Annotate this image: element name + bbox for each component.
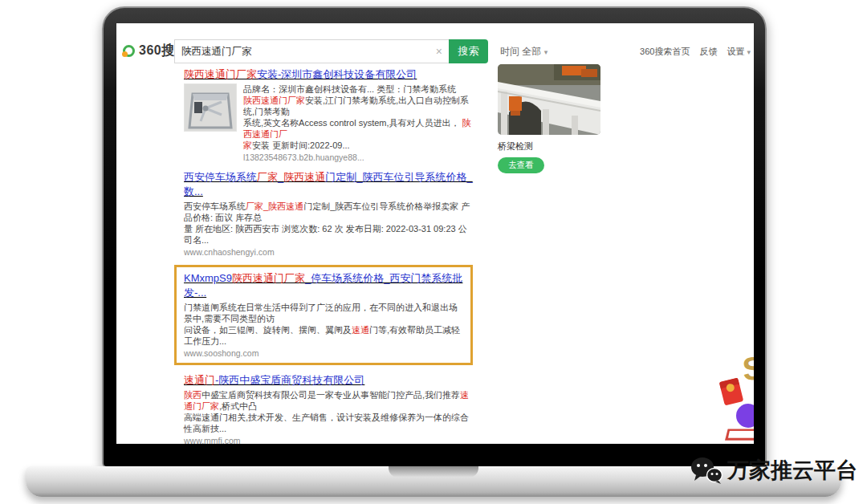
description-line: 门禁道闸系统在日常生活中得到了广泛的应用，在不同的进入和退出场景中,需要不同类型… bbox=[184, 302, 463, 324]
text-segment: 系统,英文名称Access control system,具有对人员进出， bbox=[243, 118, 462, 128]
nav-settings-label: 设置 bbox=[727, 47, 744, 56]
result-description: 陕西中盛宝盾商贸科技有限公司是一家专业从事智能门控产品,我们推荐速通门厂家,桥式… bbox=[184, 389, 473, 444]
laptop-bezel: 360搜索 × 搜索 时间 全部 ▾ 360搜索首页 反馈 设置 ▾ bbox=[102, 6, 767, 468]
search-input[interactable] bbox=[175, 46, 429, 57]
search-box: × bbox=[174, 39, 449, 63]
url-text: l13823548673.b2b.huangye88... bbox=[243, 152, 364, 162]
text-segment: 厂家 bbox=[257, 171, 278, 183]
text-segment: ,桥式中凸 bbox=[219, 401, 257, 411]
text-segment: 厂家_陕西速通 bbox=[246, 201, 303, 211]
bridge-photo-thumbnail[interactable] bbox=[498, 64, 600, 135]
text-segment: 安装 更新时间:2022-09... bbox=[252, 140, 350, 150]
search-button[interactable]: 搜索 bbox=[449, 39, 488, 63]
description-line: 高端速通门相关,技术开发、生产销售，设计安装及维修保养为一体的综合性高新技... bbox=[184, 412, 473, 434]
result-body: 西安停车场系统厂家_陕西速通门定制_陕西车位引导系统价格举报卖家 产品价格: 面… bbox=[184, 201, 473, 258]
text-segment: 品牌名：深圳市鑫创科技设备有... 类型：门禁考勤系统 bbox=[243, 84, 456, 94]
result-url: www.mmfj.com bbox=[184, 435, 473, 444]
chevron-down-icon: ▾ bbox=[544, 48, 548, 56]
sidebar: 桥梁检测 去查看 bbox=[498, 64, 600, 173]
text-segment: 中盛宝盾商贸科技有限公司是一家专业从事智能门控产品,我们推荐 bbox=[201, 390, 460, 400]
clear-search-icon[interactable]: × bbox=[429, 45, 449, 58]
result-url: www.cnhaoshengyi.com bbox=[184, 246, 473, 258]
description-line: 西安停车场系统厂家_陕西速通门定制_陕西车位引导系统价格举报卖家 产品价格: 面… bbox=[184, 201, 473, 223]
text-segment: 陕西速通门厂家 bbox=[184, 68, 257, 80]
description-line: 问设备，如三辊闸、旋转闸、摆闸、翼闸及速通门等,有效帮助员工减轻工作压力... bbox=[184, 324, 463, 347]
url-text: www.cnhaoshengyi.com bbox=[184, 247, 275, 257]
result-url: www.sooshong.com bbox=[184, 348, 463, 359]
text-segment: 量 所在地区: 陕西西安市 浏览次数: 62 次 发布日期: 2022-03-3… bbox=[184, 224, 467, 245]
time-filter-dropdown[interactable]: 时间 全部 ▾ bbox=[500, 45, 547, 59]
description-line: 品牌名：深圳市鑫创科技设备有... 类型：门禁考勤系统 bbox=[243, 83, 473, 95]
browser-screenshot: 360搜索 × 搜索 时间 全部 ▾ 360搜索首页 反馈 设置 ▾ bbox=[116, 23, 754, 444]
url-text: www.sooshong.com bbox=[184, 348, 258, 358]
search-result: 西安停车场系统厂家_陕西速通门定制_陕西车位引导系统价格_数...西安停车场系统… bbox=[184, 170, 473, 258]
description-line: 系统,英文名称Access control system,具有对人员进出， 陕西… bbox=[243, 117, 473, 140]
description-line: 陕西中盛宝盾商贸科技有限公司是一家专业从事智能门控产品,我们推荐速通门厂家,桥式… bbox=[184, 389, 473, 412]
text-segment: KMxmpS9 bbox=[184, 272, 232, 284]
text-segment: 家 bbox=[243, 140, 252, 150]
result-description: 品牌名：深圳市鑫创科技设备有... 类型：门禁考勤系统陕西速通门厂家安装,江门门… bbox=[243, 83, 473, 163]
text-segment: 门禁道闸系统在日常生活中得到了广泛的应用，在不同的进入和退出场景中,需要不同类型… bbox=[184, 303, 458, 323]
description-line: 量 所在地区: 陕西西安市 浏览次数: 62 次 发布日期: 2022-03-3… bbox=[184, 223, 473, 246]
text-segment: 陕西 bbox=[184, 390, 201, 400]
text-segment: 问设备，如三辊闸、旋转闸、摆闸、翼闸及 bbox=[184, 325, 352, 335]
nav-feedback-link[interactable]: 反馈 bbox=[699, 46, 717, 58]
red-envelope-icon bbox=[719, 378, 744, 406]
result-description: 门禁道闸系统在日常生活中得到了广泛的应用，在不同的进入和退出场景中,需要不同类型… bbox=[184, 302, 463, 359]
view-button[interactable]: 去查看 bbox=[498, 157, 544, 173]
result-body: 门禁道闸系统在日常生活中得到了广泛的应用，在不同的进入和退出场景中,需要不同类型… bbox=[184, 302, 463, 359]
wechat-icon bbox=[690, 457, 722, 484]
laptop-base-notch bbox=[389, 466, 478, 478]
text-segment: 陕西速通 bbox=[283, 171, 325, 183]
gold-badge-icon: S bbox=[741, 350, 754, 388]
url-text: www.mmfj.com bbox=[184, 436, 241, 444]
page: 360搜索 × 搜索 时间 全部 ▾ 360搜索首页 反馈 设置 ▾ bbox=[0, 0, 867, 504]
text-segment: 速通 bbox=[352, 325, 369, 335]
time-filter-label: 时间 bbox=[500, 46, 519, 57]
search-result: 陕西速通门厂家安装-深圳市鑫创科技设备有限公司品牌名：深圳市鑫创科技设备有...… bbox=[184, 67, 473, 163]
result-url: l13823548673.b2b.huangye88... bbox=[243, 152, 473, 163]
turnstile-thumbnail[interactable] bbox=[184, 83, 237, 132]
result-body: 品牌名：深圳市鑫创科技设备有... 类型：门禁考勤系统陕西速通门厂家安装,江门门… bbox=[184, 83, 473, 163]
promo-float-widget: S bbox=[720, 351, 754, 444]
result-title-link[interactable]: 速通门-陕西中盛宝盾商贸科技有限公司 bbox=[184, 373, 364, 388]
time-filter-value: 全部 bbox=[522, 46, 541, 57]
text-segment: 高端速通门相关,技术开发、生产销售，设计安装及维修保养为一体的综合性高新技... bbox=[184, 413, 469, 433]
results-list: 陕西速通门厂家安装-深圳市鑫创科技设备有限公司品牌名：深圳市鑫创科技设备有...… bbox=[184, 67, 473, 444]
text-segment: -陕西中盛宝盾商贸科技有限公司 bbox=[215, 374, 364, 386]
result-body: 陕西中盛宝盾商贸科技有限公司是一家专业从事智能门控产品,我们推荐速通门厂家,桥式… bbox=[184, 389, 473, 444]
search-result: KMxmpS9陕西速通门厂家_停车场系统价格_西安门禁系统批发-...门禁道闸系… bbox=[174, 265, 473, 365]
search-result: 速通门-陕西中盛宝盾商贸科技有限公司陕西中盛宝盾商贸科技有限公司是一家专业从事智… bbox=[184, 372, 473, 444]
text-segment: 陕西速通门厂家 bbox=[243, 96, 305, 105]
result-title-link[interactable]: 陕西速通门厂家安装-深圳市鑫创科技设备有限公司 bbox=[184, 67, 417, 82]
text-segment: 陕西速通门厂家 bbox=[232, 272, 305, 284]
bridge-illustration bbox=[498, 64, 600, 135]
result-title-link[interactable]: KMxmpS9陕西速通门厂家_停车场系统价格_西安门禁系统批发-... bbox=[184, 271, 463, 300]
result-title-link[interactable]: 西安停车场系统厂家_陕西速通门定制_陕西车位引导系统价格_数... bbox=[184, 170, 473, 199]
nav-home-link[interactable]: 360搜索首页 bbox=[640, 46, 690, 58]
sidebar-caption: 桥梁检测 bbox=[498, 140, 600, 152]
description-line: 陕西速通门厂家安装,江门门禁考勤系统,出入口自动控制系统,门禁考勤 bbox=[243, 95, 473, 117]
text-segment: 速通门 bbox=[184, 374, 215, 386]
watermark-text: 万家推云平台 bbox=[727, 456, 857, 485]
purple-ball-icon bbox=[736, 404, 754, 428]
watermark: 万家推云平台 bbox=[690, 456, 857, 485]
chevron-down-icon: ▾ bbox=[747, 48, 751, 56]
open-box-icon bbox=[725, 429, 754, 441]
text-segment: 西安停车场系统 bbox=[184, 171, 257, 183]
text-segment: 安装-深圳市鑫创科技设备有限公司 bbox=[257, 68, 417, 80]
result-description: 西安停车场系统厂家_陕西速通门定制_陕西车位引导系统价格举报卖家 产品价格: 面… bbox=[184, 201, 473, 258]
description-line: 家安装 更新时间:2022-09... bbox=[243, 140, 473, 151]
text-segment: 西安停车场系统 bbox=[184, 201, 246, 211]
360-logo-icon bbox=[123, 45, 135, 57]
top-nav: 360搜索首页 反馈 设置 ▾ bbox=[640, 46, 751, 58]
nav-settings-link[interactable]: 设置 ▾ bbox=[727, 46, 751, 58]
